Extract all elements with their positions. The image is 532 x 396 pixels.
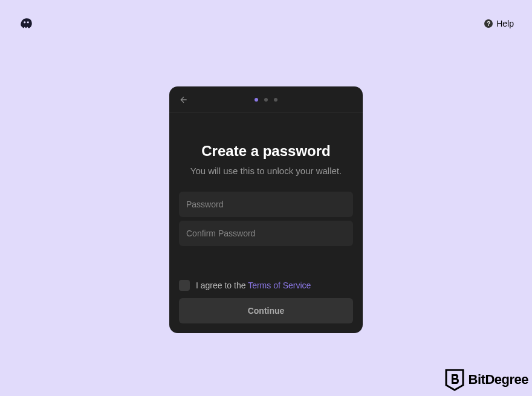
help-icon: ?	[484, 19, 493, 28]
bitdegree-badge-icon	[444, 368, 465, 391]
create-password-modal: Create a password You will use this to u…	[169, 86, 363, 333]
svg-point-1	[27, 21, 29, 23]
back-button[interactable]	[179, 95, 189, 105]
svg-point-0	[24, 21, 25, 23]
terms-of-service-link[interactable]: Terms of Service	[248, 281, 311, 290]
progress-dot-3	[274, 98, 277, 102]
progress-dots	[255, 98, 277, 102]
watermark-brand: BitDegree	[469, 372, 528, 388]
modal-header	[169, 86, 363, 112]
terms-checkbox[interactable]	[179, 280, 190, 291]
help-label: Help	[496, 19, 514, 28]
progress-dot-2	[264, 98, 268, 102]
continue-button[interactable]: Continue	[179, 298, 353, 323]
password-input[interactable]	[179, 192, 353, 217]
confirm-password-input[interactable]	[179, 221, 353, 246]
progress-dot-1	[255, 98, 258, 102]
help-link[interactable]: ? Help	[484, 19, 514, 28]
watermark: BitDegree	[444, 368, 528, 391]
terms-text: I agree to the Terms of Service	[196, 281, 311, 290]
modal-subtitle: You will use this to unlock your wallet.	[179, 166, 353, 176]
modal-title: Create a password	[179, 143, 353, 160]
app-logo	[18, 16, 34, 31]
